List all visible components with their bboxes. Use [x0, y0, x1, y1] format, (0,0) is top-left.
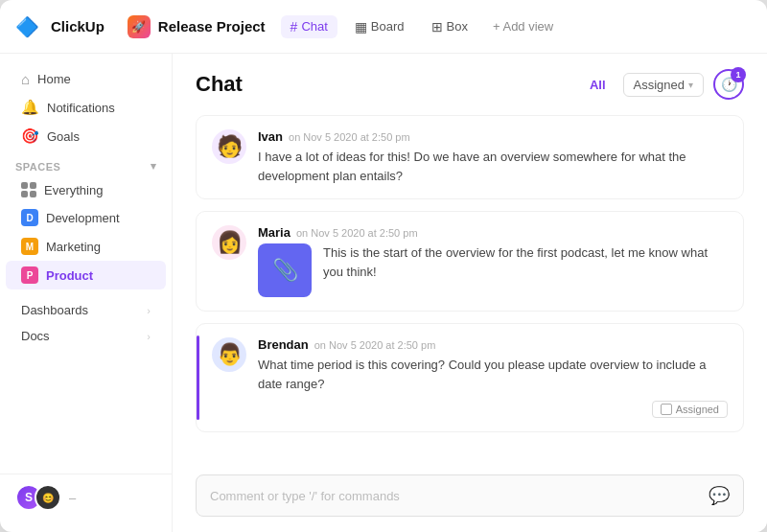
user-avatars: S 😊: [15, 484, 61, 511]
tab-box[interactable]: ⊞ Box: [422, 15, 477, 38]
send-icon: 💬: [709, 485, 730, 506]
bell-icon: 🔔: [21, 99, 39, 116]
avatar-brendan: 👨: [212, 337, 246, 372]
main-content: Chat All Assigned ▾ 🕐 1 🧑: [173, 54, 767, 532]
message-maria-time: on Nov 5 2020 at 2:50 pm: [296, 227, 418, 239]
goal-icon: 🎯: [21, 127, 39, 145]
message-brendan-text: What time period is this covering? Could…: [258, 356, 728, 393]
marketing-dot: M: [21, 238, 38, 255]
comment-input-box[interactable]: Comment or type '/' for commands 💬: [196, 474, 744, 517]
sidebar-item-product[interactable]: P Product: [6, 261, 166, 289]
user-dash: –: [69, 491, 76, 505]
message-brendan-body: Brendan on Nov 5 2020 at 2:50 pm What ti…: [258, 337, 728, 418]
spaces-section-label: Spaces ▾: [0, 150, 172, 176]
message-brendan-author: Brendan: [258, 337, 309, 352]
avatar-ivan: 🧑: [212, 129, 246, 164]
app-name: ClickUp: [51, 18, 105, 35]
development-dot: D: [21, 209, 38, 226]
hash-icon: #: [291, 19, 298, 35]
messages-area: 🧑 Ivan on Nov 5 2020 at 2:50 pm I have a…: [173, 107, 767, 463]
chevron-down-icon[interactable]: ▾: [151, 160, 157, 173]
project-icon: 🚀: [128, 15, 151, 38]
message-maria-meta: Maria on Nov 5 2020 at 2:50 pm: [258, 225, 728, 240]
sidebar-item-development[interactable]: D Development: [6, 203, 166, 232]
message-brendan-time: on Nov 5 2020 at 2:50 pm: [314, 339, 436, 351]
filter-assigned-button[interactable]: Assigned ▾: [623, 73, 704, 97]
home-icon: ⌂: [21, 71, 30, 87]
box-icon: ⊞: [431, 19, 443, 35]
message-maria-author: Maria: [258, 225, 291, 240]
sidebar-item-docs[interactable]: Docs ›: [6, 323, 166, 349]
top-bar: 🔷 ClickUp 🚀 Release Project # Chat ▦ Boa…: [0, 0, 767, 54]
app-window: 🔷 ClickUp 🚀 Release Project # Chat ▦ Boa…: [0, 0, 767, 532]
message-maria-inner: 📎 This is the start of the overview for …: [258, 243, 728, 297]
project-title: Release Project: [158, 18, 266, 35]
tab-chat[interactable]: # Chat: [281, 15, 337, 38]
message-ivan-text: I have a lot of ideas for this! Do we ha…: [258, 148, 728, 185]
sidebar: ⌂ Home 🔔 Notifications 🎯 Goals Spaces ▾: [0, 54, 173, 532]
assigned-checkbox: [661, 404, 672, 415]
sidebar-item-goals[interactable]: 🎯 Goals: [6, 122, 166, 150]
chat-title: Chat: [196, 72, 243, 97]
message-brendan: 👨 Brendan on Nov 5 2020 at 2:50 pm What …: [196, 323, 744, 432]
message-maria-body: Maria on Nov 5 2020 at 2:50 pm 📎 This is…: [258, 225, 728, 297]
message-ivan: 🧑 Ivan on Nov 5 2020 at 2:50 pm I have a…: [196, 115, 744, 199]
attachment-icon[interactable]: 📎: [258, 243, 312, 297]
chevron-right-icon: ›: [147, 305, 151, 316]
avatar-maria: 👩: [212, 225, 246, 260]
message-ivan-author: Ivan: [258, 129, 283, 144]
chat-header: Chat All Assigned ▾ 🕐 1: [173, 54, 767, 107]
everything-grid-icon: [21, 182, 36, 197]
clickup-logo[interactable]: 🔷: [15, 15, 39, 38]
sidebar-bottom: S 😊 –: [0, 474, 172, 520]
notification-bell-button[interactable]: 🕐 1: [713, 69, 744, 100]
add-view-button[interactable]: + Add view: [485, 15, 561, 37]
filter-all-button[interactable]: All: [582, 74, 614, 96]
chevron-down-icon: ▾: [688, 80, 693, 90]
comment-bar: Comment or type '/' for commands 💬: [173, 463, 767, 532]
avatar-secondary: 😊: [35, 484, 61, 511]
message-ivan-time: on Nov 5 2020 at 2:50 pm: [289, 131, 410, 143]
message-ivan-body: Ivan on Nov 5 2020 at 2:50 pm I have a l…: [258, 129, 728, 185]
sidebar-item-everything[interactable]: Everything: [6, 176, 166, 203]
message-maria: 👩 Maria on Nov 5 2020 at 2:50 pm 📎 This …: [196, 211, 744, 312]
comment-placeholder: Comment or type '/' for commands: [210, 489, 709, 503]
sidebar-item-home[interactable]: ⌂ Home: [6, 65, 166, 93]
chevron-right-icon: ›: [147, 331, 151, 342]
sidebar-item-notifications[interactable]: 🔔 Notifications: [6, 93, 166, 122]
message-ivan-meta: Ivan on Nov 5 2020 at 2:50 pm: [258, 129, 728, 144]
notification-count: 1: [731, 67, 746, 82]
chat-header-controls: All Assigned ▾ 🕐 1: [582, 69, 744, 100]
sidebar-item-dashboards[interactable]: Dashboards ›: [6, 297, 166, 323]
sidebar-item-marketing[interactable]: M Marketing: [6, 232, 166, 261]
product-dot: P: [21, 266, 38, 284]
tab-board[interactable]: ▦ Board: [345, 15, 414, 38]
body: ⌂ Home 🔔 Notifications 🎯 Goals Spaces ▾: [0, 54, 767, 532]
message-brendan-meta: Brendan on Nov 5 2020 at 2:50 pm: [258, 337, 728, 352]
board-icon: ▦: [355, 19, 367, 35]
assigned-badge[interactable]: Assigned: [652, 401, 728, 418]
message-maria-text: This is the start of the overview for th…: [323, 243, 728, 281]
